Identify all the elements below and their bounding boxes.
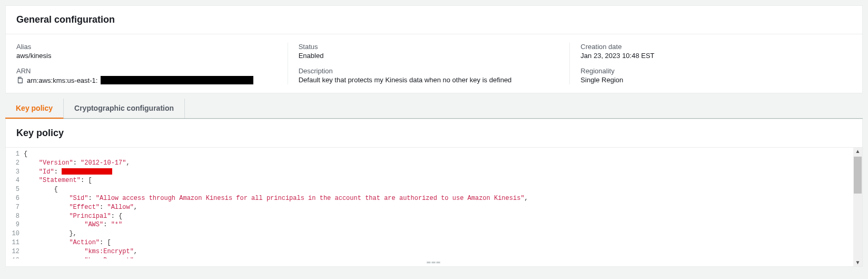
- description-label: Description: [299, 67, 559, 75]
- resize-handle[interactable]: ═══: [6, 258, 862, 266]
- panel-title: General configuration: [6, 6, 862, 34]
- field-status: Status Enabled: [299, 43, 559, 60]
- line-number-gutter: 123456789101112131415: [6, 148, 24, 258]
- field-description: Description Default key that protects my…: [299, 67, 559, 84]
- description-value: Default key that protects my Kinesis dat…: [299, 76, 559, 84]
- key-policy-title: Key policy: [6, 119, 862, 147]
- code-body: 123456789101112131415 { "Version": "2012…: [6, 147, 862, 266]
- status-value: Enabled: [299, 52, 559, 60]
- scroll-up-arrow[interactable]: ▲: [855, 148, 861, 155]
- field-arn: ARN arn:aws:kms:us-east-1:: [16, 67, 277, 84]
- tab-cryptographic-configuration[interactable]: Cryptographic configuration: [64, 99, 185, 118]
- regionality-label: Regionality: [580, 67, 841, 75]
- arn-value-row: arn:aws:kms:us-east-1:: [16, 76, 277, 84]
- code-editor[interactable]: 123456789101112131415 { "Version": "2012…: [6, 148, 862, 258]
- col-1: Alias aws/kinesis ARN arn:aws:kms:us-eas…: [16, 43, 288, 84]
- field-regionality: Regionality Single Region: [580, 67, 841, 84]
- panel-body: Alias aws/kinesis ARN arn:aws:kms:us-eas…: [6, 34, 862, 93]
- creation-label: Creation date: [580, 43, 841, 51]
- status-label: Status: [299, 43, 559, 51]
- scroll-down-arrow[interactable]: ▼: [855, 259, 861, 266]
- tab-key-policy[interactable]: Key policy: [5, 99, 64, 119]
- vertical-scrollbar[interactable]: ▲ ▼: [853, 148, 862, 266]
- copy-icon[interactable]: [16, 76, 24, 84]
- alias-value: aws/kinesis: [16, 52, 277, 60]
- col-3: Creation date Jan 23, 2023 10:48 EST Reg…: [569, 43, 852, 84]
- arn-label: ARN: [16, 67, 277, 75]
- creation-value: Jan 23, 2023 10:48 EST: [580, 52, 841, 60]
- field-creation-date: Creation date Jan 23, 2023 10:48 EST: [580, 43, 841, 60]
- code-lines[interactable]: { "Version": "2012-10-17", "Id": "Statem…: [24, 148, 862, 258]
- arn-redacted: [101, 76, 253, 84]
- field-alias: Alias aws/kinesis: [16, 43, 277, 60]
- arn-prefix-text: arn:aws:kms:us-east-1:: [27, 76, 97, 84]
- tabs: Key policy Cryptographic configuration: [5, 99, 863, 119]
- alias-label: Alias: [16, 43, 277, 51]
- scroll-thumb[interactable]: [854, 157, 862, 194]
- key-policy-panel: Key policy 123456789101112131415 { "Vers…: [5, 119, 863, 267]
- svg-rect-0: [18, 79, 23, 83]
- col-2: Status Enabled Description Default key t…: [288, 43, 570, 84]
- regionality-value: Single Region: [580, 76, 841, 84]
- general-configuration-panel: General configuration Alias aws/kinesis …: [5, 5, 863, 93]
